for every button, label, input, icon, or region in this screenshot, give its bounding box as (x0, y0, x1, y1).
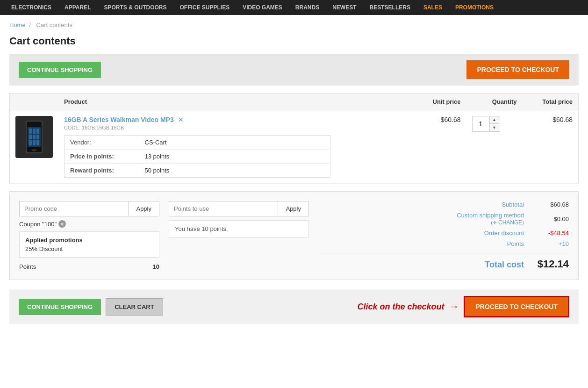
shipping-label: Custom shipping method (✈ CHANGE) (429, 212, 531, 226)
order-discount-label: Order discount (429, 230, 531, 237)
nav-sales[interactable]: SALES (417, 4, 449, 11)
top-action-bar: CONTINUE SHOPPING PROCEED TO CHECKOUT (9, 54, 579, 86)
quantity-stepper[interactable]: ▲ ▼ (472, 116, 500, 132)
totals-section: Subtotal $60.68 Custom shipping method (… (318, 201, 569, 270)
points-total-value: +10 (531, 240, 569, 247)
order-discount-value: -$48.54 (531, 230, 569, 237)
detail-value-price-points: 13 points (139, 150, 330, 164)
nav-videogames[interactable]: VIDEO GAMES (236, 4, 289, 11)
detail-row-vendor: Vendor: CS-Cart (65, 136, 330, 150)
annotation-text: Click on the checkout (357, 302, 444, 312)
clear-cart-button[interactable]: CLEAR CART (106, 298, 163, 316)
shipping-row: Custom shipping method (✈ CHANGE) $0.00 (318, 212, 569, 226)
bottom-continue-shopping-button[interactable]: CONTINUE SHOPPING (19, 299, 101, 315)
screen-dot (33, 129, 36, 134)
nav-promotions[interactable]: PROMOTIONS (449, 4, 500, 11)
screen-dot (29, 140, 32, 145)
product-quantity-cell: ▲ ▼ (466, 110, 523, 184)
points-total-row: Points +10 (318, 240, 569, 247)
subtotal-value: $60.68 (531, 201, 569, 208)
product-image (15, 116, 53, 158)
nav-newest[interactable]: NEWEST (326, 4, 363, 11)
col-unit-price: Unit price (410, 93, 466, 110)
cart-summary-section: Apply Coupon "100" ✕ Applied promotions … (9, 191, 579, 280)
arrow-right-icon: → (449, 301, 459, 313)
screen-dot (33, 140, 36, 145)
product-total-price: $60.68 (523, 110, 579, 184)
product-unit-price: $60.68 (410, 110, 466, 184)
applied-promotions-box: Applied promotions 25% Discount (19, 231, 159, 258)
promo-points-label: Points (19, 263, 36, 270)
detail-label-price-points: Price in points: (65, 150, 139, 164)
quantity-decrease-button[interactable]: ▼ (490, 124, 499, 131)
screen-dot (36, 129, 39, 134)
screen-dot (36, 140, 39, 145)
detail-label-reward-points: Reward points: (65, 164, 139, 178)
screen-dot (29, 135, 32, 140)
product-image-cell (10, 110, 59, 184)
bottom-action-bar: CONTINUE SHOPPING CLEAR CART Click on th… (9, 289, 579, 324)
quantity-buttons: ▲ ▼ (489, 116, 499, 131)
product-info-cell: 16GB A Series Walkman Video MP3 ✕ CODE: … (58, 110, 410, 184)
points-to-use-input[interactable] (169, 201, 278, 216)
col-product: Product (58, 93, 410, 110)
col-product-image (10, 93, 59, 110)
subtotal-label: Subtotal (429, 201, 531, 208)
remove-product-icon[interactable]: ✕ (178, 116, 184, 123)
shipping-change-link[interactable]: CHANGE (498, 219, 522, 226)
total-cost-value: $12.14 (531, 258, 569, 270)
points-input-row: Apply (169, 201, 309, 216)
phone-screen (28, 127, 41, 147)
checkout-annotation: Click on the checkout → PROCEED TO CHECK… (357, 296, 569, 317)
points-section: Apply You have 10 points. (169, 201, 309, 237)
summary-grid: Apply Coupon "100" ✕ Applied promotions … (19, 201, 569, 270)
subtotal-row: Subtotal $60.68 (318, 201, 569, 208)
applied-promotions-heading: Applied promotions (25, 237, 153, 244)
phone-product-icon (26, 121, 43, 153)
nav-electronics[interactable]: ELECTRONICS (5, 4, 58, 11)
screen-dot (36, 135, 39, 140)
breadcrumb-home-link[interactable]: Home (9, 22, 26, 29)
points-info-box: You have 10 points. (169, 220, 309, 237)
top-proceed-checkout-button[interactable]: PROCEED TO CHECKOUT (466, 60, 569, 79)
navigation-bar: ELECTRONICS APPAREL SPORTS & OUTDOORS OF… (0, 0, 588, 15)
detail-value-vendor: CS-Cart (139, 136, 330, 150)
points-apply-button[interactable]: Apply (278, 201, 309, 216)
detail-label-vendor: Vendor: (65, 136, 139, 150)
table-row: 16GB A Series Walkman Video MP3 ✕ CODE: … (10, 110, 579, 184)
product-details-table: Vendor: CS-Cart Price in points: 13 poin… (64, 135, 330, 178)
col-total-price: Total price (523, 93, 579, 110)
quantity-increase-button[interactable]: ▲ (490, 116, 499, 124)
remove-coupon-button[interactable]: ✕ (58, 220, 66, 228)
promo-input-row: Apply (19, 201, 159, 216)
promo-points-value: 10 (153, 263, 159, 270)
promo-code-input[interactable] (19, 201, 129, 216)
promo-apply-button[interactable]: Apply (129, 201, 159, 216)
points-total-label: Points (429, 240, 531, 247)
quantity-input[interactable] (473, 118, 489, 129)
bottom-left-buttons: CONTINUE SHOPPING CLEAR CART (19, 298, 163, 316)
nav-office[interactable]: OFFICE SUPPLIES (173, 4, 236, 11)
coupon-label: Coupon "100" (19, 221, 57, 228)
shipping-value: $0.00 (531, 216, 569, 223)
breadcrumb-separator: / (29, 22, 31, 29)
top-continue-shopping-button[interactable]: CONTINUE SHOPPING (19, 62, 101, 78)
nav-brands[interactable]: BRANDS (289, 4, 326, 11)
coupon-tag: Coupon "100" ✕ (19, 220, 159, 228)
order-discount-row: Order discount -$48.54 (318, 230, 569, 237)
nav-apparel[interactable]: APPAREL (58, 4, 97, 11)
total-cost-label: Total cost (429, 260, 531, 270)
col-quantity: Quantity (466, 93, 523, 110)
nav-bestsellers[interactable]: BESTSELLERS (363, 4, 417, 11)
bottom-proceed-checkout-button[interactable]: PROCEED TO CHECKOUT (464, 296, 569, 317)
page-title: Cart contents (0, 35, 588, 54)
discount-label: 25% Discount (25, 245, 153, 252)
nav-sports[interactable]: SPORTS & OUTDOORS (97, 4, 173, 11)
product-name-link[interactable]: 16GB A Series Walkman Video MP3 (64, 116, 174, 123)
screen-dot (33, 135, 36, 140)
breadcrumb-current: Cart contents (36, 22, 72, 29)
cart-table: Product Unit price Quantity Total price (9, 93, 579, 184)
detail-row-price-points: Price in points: 13 points (65, 150, 330, 164)
breadcrumb: Home / Cart contents (0, 15, 588, 35)
product-code: CODE: 16GB:16GB:16GB (64, 125, 405, 130)
